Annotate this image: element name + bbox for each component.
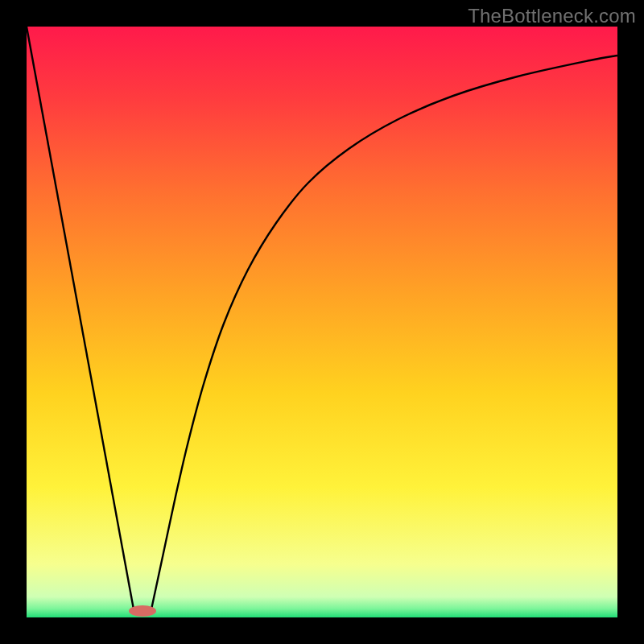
minimum-marker (129, 605, 156, 617)
watermark-text: TheBottleneck.com (468, 5, 636, 27)
chart-frame: TheBottleneck.com (0, 0, 644, 644)
plot-area (27, 27, 617, 617)
gradient-background (27, 27, 617, 617)
bottleneck-chart (27, 27, 617, 617)
